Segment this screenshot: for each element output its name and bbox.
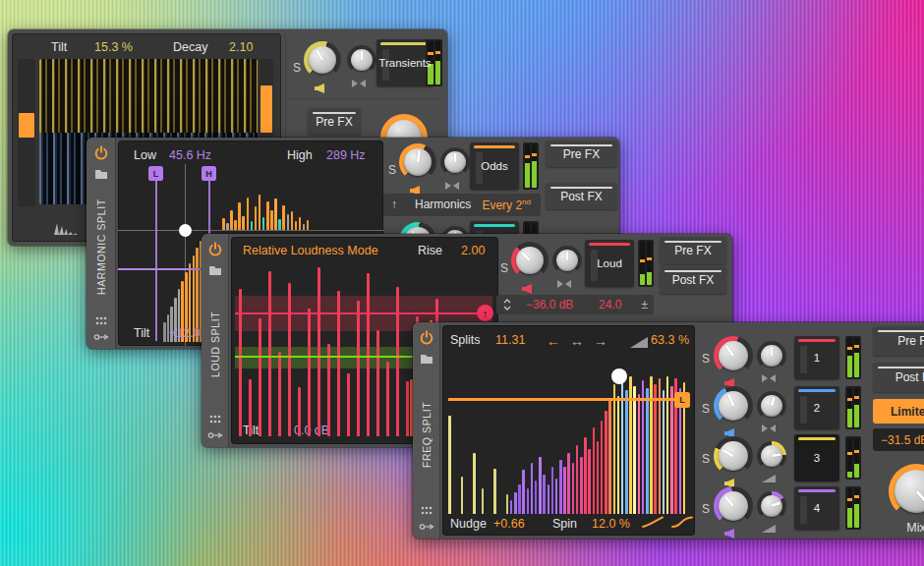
preset-folder-icon[interactable] xyxy=(94,168,108,180)
mix-knob[interactable] xyxy=(889,464,924,519)
pre-fx-button[interactable]: Pre FX xyxy=(873,326,924,356)
band-number: 3 xyxy=(814,452,820,464)
band-number: 4 xyxy=(814,502,820,514)
preset-folder-icon[interactable] xyxy=(420,353,433,365)
harmonics-selector[interactable]: ↑ Harmonics Every 2nd xyxy=(383,194,541,216)
freq-display[interactable]: Splits 11.31 ← ↔ → 63.3 % L Nudge +0.66 … xyxy=(442,325,695,536)
power-icon[interactable] xyxy=(93,145,108,160)
solo-label[interactable]: S xyxy=(702,352,710,366)
splits-value[interactable]: 11.31 xyxy=(495,333,525,347)
volume-knob[interactable] xyxy=(304,41,341,79)
pan-knob[interactable] xyxy=(757,491,786,521)
routing-icon[interactable] xyxy=(93,332,109,342)
post-fx-button[interactable]: Post FX xyxy=(873,363,924,392)
decay-value[interactable]: 2.10 xyxy=(229,40,253,54)
loud-band-button[interactable]: Loud xyxy=(585,240,634,287)
morph-dot[interactable] xyxy=(611,368,627,384)
volume-knob[interactable] xyxy=(714,386,753,425)
speaker-icon[interactable] xyxy=(314,83,325,94)
transient-shape-icon[interactable] xyxy=(53,222,79,236)
pre-fx-button[interactable]: Pre FX xyxy=(660,237,726,264)
low-cutoff-line[interactable] xyxy=(155,168,157,341)
curve-s-icon[interactable] xyxy=(670,516,694,529)
shift-left-arrow[interactable]: ← xyxy=(547,333,560,349)
limiter-value[interactable]: −31.5 dB xyxy=(873,428,924,451)
slope-value[interactable]: 63.3 % xyxy=(651,333,689,347)
tilt-line[interactable] xyxy=(118,268,210,270)
preset-folder-icon[interactable] xyxy=(208,264,222,276)
level-meter xyxy=(638,240,654,287)
high-handle[interactable]: H xyxy=(202,166,216,181)
high-value[interactable]: 289 Hz xyxy=(326,148,366,162)
solo-label[interactable]: S xyxy=(500,261,508,275)
routing-icon[interactable] xyxy=(419,522,434,532)
remote-controls-icon[interactable] xyxy=(421,506,433,515)
plus-minus-toggle[interactable]: ± xyxy=(641,298,648,311)
threshold-value[interactable]: −36.0 dB xyxy=(526,298,573,311)
speaker-icon[interactable] xyxy=(723,528,735,539)
band-button-4[interactable]: 4 xyxy=(794,486,839,530)
solo-label[interactable]: S xyxy=(388,163,396,177)
crossover-dot[interactable] xyxy=(179,224,192,237)
mode-title[interactable]: Relative Loudness Mode xyxy=(243,244,378,257)
volume-knob[interactable] xyxy=(714,336,753,375)
pan-knob[interactable] xyxy=(757,441,786,471)
volume-knob[interactable] xyxy=(714,486,753,526)
pan-knob[interactable] xyxy=(440,147,470,177)
limiter-button[interactable]: Limiter xyxy=(873,399,924,424)
slider-handle[interactable] xyxy=(19,113,34,138)
post-fx-button[interactable]: Post FX xyxy=(660,266,726,294)
spin-value[interactable]: 12.0 % xyxy=(592,517,630,531)
nudge-value[interactable]: +0.66 xyxy=(493,517,525,531)
selector-value[interactable]: Every 2nd xyxy=(482,198,531,212)
solo-label[interactable]: S xyxy=(702,502,710,516)
remote-controls-icon[interactable] xyxy=(209,415,221,424)
odds-band-button[interactable]: Odds xyxy=(470,142,519,190)
volume-knob[interactable] xyxy=(714,436,753,476)
band-button-1[interactable]: 1 xyxy=(794,336,839,379)
up-arrow-glyph: ↑ xyxy=(483,308,489,319)
loud-threshold-handle[interactable]: ↑ xyxy=(477,305,493,321)
rise-value[interactable]: 2.00 xyxy=(461,244,485,257)
pan-knob[interactable] xyxy=(347,45,376,75)
low-handle[interactable]: L xyxy=(148,166,163,181)
volume-knob[interactable] xyxy=(399,143,436,181)
pan-knob[interactable] xyxy=(757,341,786,370)
expand-arrow[interactable]: ↔ xyxy=(570,333,584,349)
left-threshold-slider[interactable] xyxy=(18,59,35,206)
pre-fx-button[interactable]: Pre FX xyxy=(308,108,361,135)
routing-icon[interactable] xyxy=(207,430,223,440)
solo-label[interactable]: S xyxy=(702,452,710,466)
up-arrow-icon[interactable]: ↑ xyxy=(391,198,397,211)
power-icon[interactable] xyxy=(419,330,433,345)
solo-label[interactable]: S xyxy=(702,402,710,416)
tilt-label: Tilt xyxy=(51,40,67,54)
band-button-3[interactable]: 3 xyxy=(794,434,839,481)
band-row: S 1 xyxy=(696,336,865,383)
pan-knob[interactable] xyxy=(757,391,786,421)
curve-linear-icon[interactable] xyxy=(641,516,664,529)
mix-label: Mix xyxy=(889,521,924,535)
tilt-value[interactable]: 15.3 % xyxy=(94,40,133,54)
power-icon[interactable] xyxy=(207,242,222,256)
split-level-line[interactable] xyxy=(448,398,686,401)
slider-handle[interactable] xyxy=(260,85,272,133)
level-handle[interactable]: L xyxy=(674,392,690,408)
ratio-value[interactable]: 24.0 xyxy=(599,298,621,311)
volume-knob[interactable] xyxy=(511,242,549,279)
spectrum-axis-bars xyxy=(222,195,311,230)
solo-label[interactable]: S xyxy=(293,61,301,75)
shift-right-arrow[interactable]: → xyxy=(594,333,607,349)
low-value[interactable]: 45.6 Hz xyxy=(169,148,211,162)
pan-knob[interactable] xyxy=(552,246,582,275)
band-button-2[interactable]: 2 xyxy=(794,386,839,429)
band-button-label: Transients xyxy=(378,57,431,69)
sort-chevrons-icon[interactable] xyxy=(502,298,512,311)
post-fx-button[interactable]: Post FX xyxy=(546,183,617,209)
speaker-icon[interactable] xyxy=(521,283,533,295)
selector-mode[interactable]: Harmonics xyxy=(415,198,471,211)
loud-threshold-line[interactable] xyxy=(235,312,487,314)
pre-fx-button[interactable]: Pre FX xyxy=(546,141,617,167)
slope-ramp-icon[interactable] xyxy=(629,336,649,349)
remote-controls-icon[interactable] xyxy=(95,316,107,325)
